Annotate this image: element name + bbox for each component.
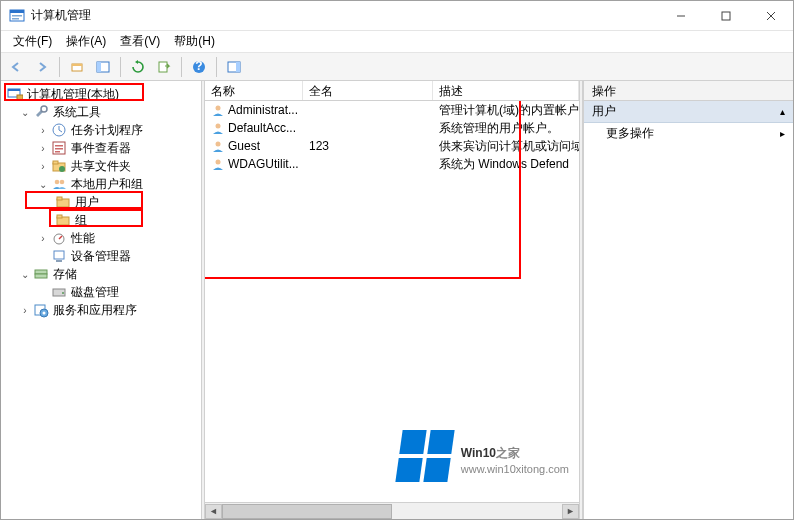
collapse-icon[interactable]: ⌄ [37, 179, 49, 190]
svg-rect-5 [722, 12, 730, 20]
toolbar-separator [59, 57, 60, 77]
menu-file[interactable]: 文件(F) [7, 31, 58, 52]
svg-point-48 [216, 160, 221, 165]
export-list-button[interactable] [153, 56, 175, 78]
user-icon [211, 121, 225, 135]
device-icon [51, 248, 67, 264]
table-row[interactable]: Administrat...管理计算机(域)的内置帐户 [205, 101, 579, 119]
collapse-icon[interactable]: ⌄ [19, 107, 31, 118]
tree-node-device-manager[interactable]: 设备管理器 [33, 247, 199, 265]
expand-icon[interactable]: › [37, 233, 49, 244]
tree-node-groups[interactable]: 组 [51, 211, 199, 229]
svg-text:?: ? [195, 60, 202, 73]
cell-name: DefaultAcc... [228, 121, 296, 135]
expand-icon[interactable]: › [37, 161, 49, 172]
column-header-fullname[interactable]: 全名 [303, 81, 433, 100]
users-icon [51, 176, 67, 192]
action-pane: 操作 用户 ▴ 更多操作 ▸ [583, 81, 793, 519]
maximize-button[interactable] [703, 2, 748, 30]
show-action-pane-button[interactable] [223, 56, 245, 78]
svg-rect-27 [53, 161, 58, 164]
tree-node-shared-folders[interactable]: › 共享文件夹 [33, 157, 199, 175]
watermark-brand: Win10 [461, 446, 496, 460]
nav-forward-button[interactable] [31, 56, 53, 78]
svg-rect-39 [35, 274, 47, 278]
svg-rect-25 [55, 151, 60, 153]
tree-node-task-scheduler[interactable]: › 任务计划程序 [33, 121, 199, 139]
cell-desc: 系统为 Windows Defend [433, 156, 579, 173]
tree-node-system-tools[interactable]: ⌄ 系统工具 [15, 103, 199, 121]
cell-desc: 管理计算机(域)的内置帐户 [433, 102, 579, 119]
tree-node-local-users[interactable]: ⌄ 本地用户和组 [33, 175, 199, 193]
table-row[interactable]: DefaultAcc...系统管理的用户帐户。 [205, 119, 579, 137]
cell-name: Guest [228, 139, 260, 153]
close-button[interactable] [748, 2, 793, 30]
svg-point-47 [216, 142, 221, 147]
tree-node-disk-mgmt[interactable]: 磁盘管理 [33, 283, 199, 301]
svg-rect-12 [159, 62, 167, 72]
help-button[interactable]: ? [188, 56, 210, 78]
tree-label: 存储 [51, 266, 79, 283]
nav-back-button[interactable] [5, 56, 27, 78]
horizontal-scrollbar[interactable]: ◄ ► [205, 502, 579, 519]
workspace: 计算机管理(本地) ⌄ 系统工具 › 任务计划程序 › 事件查看器 › 共享文件… [1, 81, 793, 519]
tree-label: 组 [73, 212, 89, 229]
tree-node-storage[interactable]: ⌄ 存储 [15, 265, 199, 283]
folder-icon [55, 212, 71, 228]
action-more[interactable]: 更多操作 ▸ [584, 123, 793, 144]
action-item-label: 更多操作 [606, 125, 654, 142]
scroll-thumb[interactable] [222, 504, 392, 519]
tree-root[interactable]: 计算机管理(本地) [3, 85, 199, 103]
watermark-suffix: 之家 [496, 446, 520, 460]
shared-folder-icon [51, 158, 67, 174]
clock-icon [51, 122, 67, 138]
table-row[interactable]: WDAGUtilit...系统为 Windows Defend [205, 155, 579, 173]
show-hide-tree-button[interactable] [92, 56, 114, 78]
list-body[interactable]: Administrat...管理计算机(域)的内置帐户DefaultAcc...… [205, 101, 579, 502]
cell-name: WDAGUtilit... [228, 157, 299, 171]
svg-rect-32 [57, 197, 62, 200]
svg-rect-9 [72, 64, 82, 66]
submenu-icon: ▸ [780, 128, 785, 139]
menu-view[interactable]: 查看(V) [114, 31, 166, 52]
tree-label: 系统工具 [51, 104, 103, 121]
storage-icon [33, 266, 49, 282]
action-section-users[interactable]: 用户 ▴ [584, 101, 793, 123]
tree-pane[interactable]: 计算机管理(本地) ⌄ 系统工具 › 任务计划程序 › 事件查看器 › 共享文件… [1, 81, 201, 519]
tree-node-event-viewer[interactable]: › 事件查看器 [33, 139, 199, 157]
minimize-button[interactable] [658, 2, 703, 30]
services-icon [33, 302, 49, 318]
svg-point-44 [43, 312, 46, 315]
table-row[interactable]: Guest123供来宾访问计算机或访问域 [205, 137, 579, 155]
list-header: 名称 全名 描述 [205, 81, 579, 101]
up-button[interactable] [66, 56, 88, 78]
window-controls [658, 2, 793, 30]
svg-rect-18 [8, 89, 20, 91]
tree-node-performance[interactable]: › 性能 [33, 229, 199, 247]
tree-label: 性能 [69, 230, 97, 247]
watermark: Win10之家 www.win10xitong.com [399, 430, 569, 482]
menu-help[interactable]: 帮助(H) [168, 31, 221, 52]
svg-rect-37 [56, 260, 62, 262]
disk-icon [51, 284, 67, 300]
scroll-right-button[interactable]: ► [562, 504, 579, 519]
svg-rect-1 [10, 10, 24, 13]
expand-icon[interactable]: › [37, 125, 49, 136]
svg-rect-34 [57, 215, 62, 218]
refresh-button[interactable] [127, 56, 149, 78]
computer-icon [7, 86, 23, 102]
tree-label: 服务和应用程序 [51, 302, 139, 319]
svg-rect-16 [236, 62, 240, 72]
expand-icon[interactable]: › [19, 305, 31, 316]
column-header-name[interactable]: 名称 [205, 81, 303, 100]
expand-icon[interactable]: › [37, 143, 49, 154]
user-icon [211, 157, 225, 171]
scroll-left-button[interactable]: ◄ [205, 504, 222, 519]
menu-action[interactable]: 操作(A) [60, 31, 112, 52]
svg-rect-36 [54, 251, 64, 259]
collapse-icon[interactable]: ⌄ [19, 269, 31, 280]
tree-node-users[interactable]: 用户 [51, 193, 199, 211]
svg-rect-38 [35, 270, 47, 274]
tree-node-services[interactable]: › 服务和应用程序 [15, 301, 199, 319]
column-header-desc[interactable]: 描述 [433, 81, 579, 100]
